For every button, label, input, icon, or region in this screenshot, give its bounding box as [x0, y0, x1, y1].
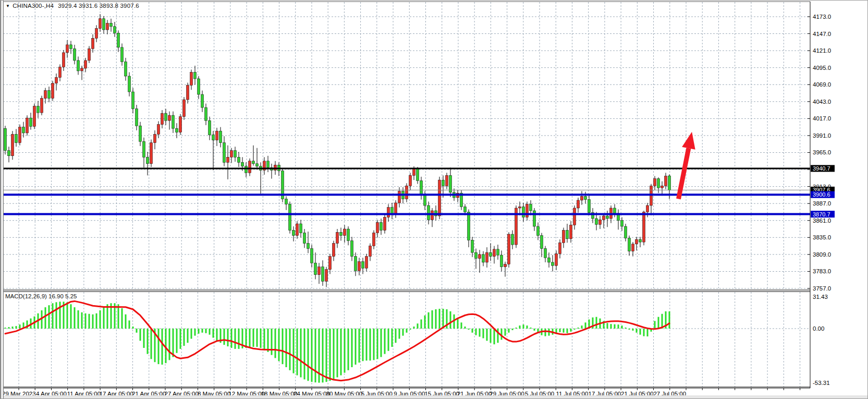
candle-down — [252, 161, 255, 164]
candle-down — [314, 263, 317, 275]
candle-up — [413, 169, 415, 176]
candle-down — [139, 126, 142, 141]
candle-up — [154, 134, 156, 142]
candle-up — [577, 200, 580, 208]
candle-up — [106, 23, 109, 30]
candle-down — [103, 19, 105, 30]
symbol-dropdown-icon[interactable]: ▼ — [6, 4, 10, 8]
candle-down — [420, 180, 423, 195]
candle-up — [150, 143, 153, 164]
candle-down — [468, 212, 470, 240]
candle-down — [544, 249, 547, 258]
price-badge-label: 3900.6 — [813, 191, 830, 198]
candle-down — [289, 204, 291, 230]
candle-up — [325, 270, 328, 282]
arrow-shaft — [679, 148, 689, 199]
candle-down — [354, 257, 357, 271]
candle-up — [387, 208, 390, 217]
macd-scale-label: 0.00 — [813, 325, 824, 332]
trend-arrow[interactable] — [679, 132, 695, 199]
candle-down — [471, 240, 474, 252]
candle-up — [431, 211, 434, 220]
candle-up — [384, 217, 386, 230]
candle-up — [84, 61, 87, 68]
candles — [4, 14, 671, 287]
candle-down — [639, 239, 642, 242]
candle-up — [446, 175, 448, 186]
candle-down — [537, 226, 540, 236]
candle-down — [223, 143, 226, 163]
candle-up — [365, 257, 368, 269]
y-axis-label: 3965.0 — [813, 149, 831, 155]
candle-up — [519, 207, 521, 208]
trading-chart-window: 4173.04147.04121.04095.04069.04043.04017… — [0, 0, 868, 399]
candle-up — [559, 243, 561, 253]
candle-up — [406, 186, 408, 199]
candle-down — [37, 106, 40, 113]
candle-down — [30, 118, 32, 126]
candle-down — [205, 107, 207, 120]
candle-down — [482, 255, 485, 262]
candle-down — [132, 92, 135, 109]
candle-up — [99, 19, 102, 29]
candle-down — [48, 91, 51, 99]
candle-down — [424, 195, 426, 205]
candle-down — [125, 62, 127, 76]
candle-down — [362, 262, 364, 269]
candle-down — [511, 234, 514, 245]
candle-up — [581, 196, 583, 200]
candle-up — [376, 223, 379, 233]
candle-up — [603, 216, 605, 220]
macd-scale-label: -53.31 — [813, 380, 830, 386]
y-axis-label: 3809.0 — [813, 251, 831, 258]
candle-down — [4, 128, 7, 151]
candle-down — [212, 135, 215, 140]
candle-up — [216, 131, 218, 140]
candle-up — [190, 72, 193, 85]
candle-up — [493, 249, 496, 257]
candle-down — [245, 166, 248, 173]
candle-down — [530, 204, 532, 211]
y-axis-label: 4121.0 — [813, 47, 831, 54]
candle-down — [628, 238, 631, 251]
y-axis-label: 4069.0 — [813, 81, 831, 88]
candle-down — [307, 244, 310, 249]
candle-down — [303, 233, 306, 244]
candle-down — [657, 179, 660, 188]
candle-up — [526, 204, 529, 217]
candle-up — [318, 267, 321, 275]
candle-down — [176, 128, 178, 132]
candle-down — [22, 127, 25, 133]
candle-up — [11, 134, 14, 155]
candle-down — [136, 109, 138, 126]
candle-up — [55, 77, 58, 83]
candle-down — [241, 162, 244, 166]
candle-up — [59, 67, 62, 77]
candle-up — [646, 205, 649, 212]
candle-up — [296, 224, 299, 236]
y-axis-label: 3861.0 — [813, 217, 831, 224]
candle-up — [643, 212, 645, 242]
candle-up — [486, 252, 488, 262]
candle-down — [267, 161, 270, 168]
candle-down — [114, 27, 116, 33]
candle-down — [533, 211, 536, 226]
candle-down — [340, 232, 343, 235]
macd-indicator-label: MACD(12,26,9) 16.90 5.25 — [5, 293, 77, 299]
macd-scale-label: 31.43 — [813, 294, 828, 300]
candle-up — [26, 118, 29, 133]
status-strip — [1, 395, 867, 398]
price-badge-label: 3870.7 — [813, 211, 830, 217]
candle-down — [380, 223, 383, 231]
candle-up — [654, 179, 656, 186]
candle-up — [398, 191, 401, 203]
candle-down — [209, 120, 211, 135]
candlestick-chart-canvas[interactable]: 4173.04147.04121.04095.04069.04043.04017… — [1, 1, 868, 399]
candle-down — [143, 141, 145, 157]
candle-down — [588, 200, 591, 213]
candle-up — [563, 231, 565, 243]
candle-up — [665, 176, 667, 186]
y-axis-label: 3887.0 — [813, 200, 831, 207]
candle-up — [508, 234, 510, 264]
candle-up — [168, 115, 171, 120]
